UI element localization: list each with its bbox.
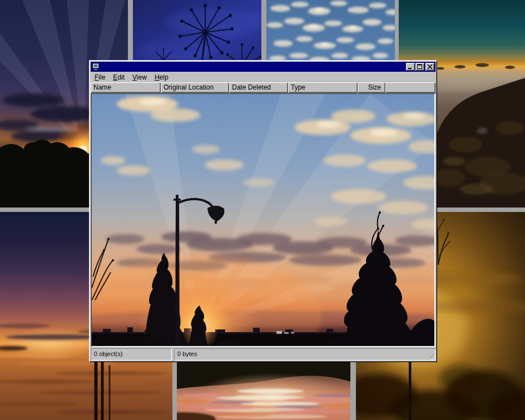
- minimize-icon: [407, 64, 414, 70]
- listview-background-sunset-photo: [92, 94, 434, 346]
- maximize-button[interactable]: [415, 63, 424, 71]
- list-column-headers: Name Original Location Date Deleted Type…: [91, 82, 435, 93]
- status-byte-count: 0 bytes: [174, 348, 435, 360]
- listview-empty[interactable]: [91, 93, 435, 347]
- column-header-date-deleted[interactable]: Date Deleted: [229, 82, 288, 93]
- menu-help[interactable]: Help: [151, 72, 172, 82]
- minimize-button[interactable]: [406, 63, 415, 71]
- app-computer-icon[interactable]: [92, 63, 101, 71]
- recycle-bin-window: File Edit View Help Name Original Locati…: [89, 60, 437, 362]
- close-button[interactable]: [425, 63, 434, 71]
- column-header-filler: [385, 82, 435, 93]
- column-header-name[interactable]: Name: [91, 82, 161, 93]
- column-header-original-location[interactable]: Original Location: [161, 82, 229, 93]
- desktop: File Edit View Help Name Original Locati…: [0, 0, 525, 420]
- menu-file[interactable]: File: [91, 72, 109, 82]
- column-header-type[interactable]: Type: [288, 82, 358, 93]
- statusbar: 0 object(s) 0 bytes: [91, 347, 435, 360]
- menu-edit[interactable]: Edit: [109, 72, 128, 82]
- window-titlebar[interactable]: [91, 62, 435, 72]
- menu-view[interactable]: View: [128, 72, 151, 82]
- close-icon: [427, 64, 433, 70]
- resize-grip-icon[interactable]: [428, 353, 435, 360]
- column-header-size[interactable]: Size: [358, 82, 385, 93]
- status-object-count: 0 object(s): [91, 348, 172, 360]
- maximize-icon: [417, 64, 423, 70]
- menubar: File Edit View Help: [91, 72, 435, 82]
